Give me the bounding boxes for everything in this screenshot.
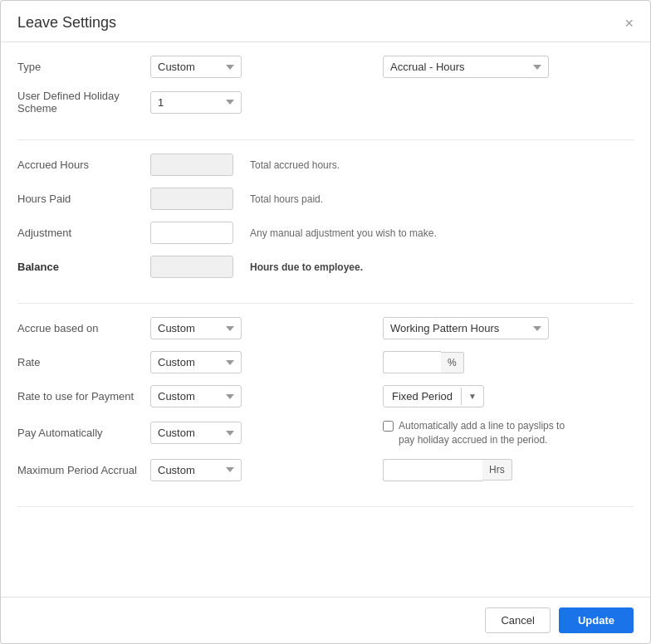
hours-paid-row: Hours Paid 0.00 Total hours paid. <box>17 188 634 210</box>
hrs-unit: Hrs <box>482 459 512 481</box>
rate-payment-right-col: Fixed Period ▼ <box>383 385 484 407</box>
type-left-select[interactable]: Custom <box>150 56 242 78</box>
adjustment-row: Adjustment 0.00 Any manual adjustment yo… <box>17 222 634 244</box>
pay-auto-left-select[interactable]: Custom <box>150 422 242 444</box>
pay-auto-label: Pay Automatically <box>17 427 150 439</box>
adjustment-hint: Any manual adjustment you wish to make. <box>250 227 437 239</box>
accrue-based-on-label: Accrue based on <box>17 322 150 334</box>
modal-body: Type Custom Accrual - Hours <box>1 42 650 597</box>
rate-payment-controls: Custom Fixed Period ▼ <box>150 385 484 407</box>
rate-controls: Custom 12.07 % <box>150 351 464 373</box>
accrue-right-col: Working Pattern Hours <box>383 317 549 339</box>
accrued-hours-row: Accrued Hours 0.00 Total accrued hours. <box>17 154 634 176</box>
accrued-hours-input: 0.00 <box>150 154 233 176</box>
accrue-left-col: Custom <box>150 317 366 339</box>
pay-auto-controls: Custom Automatically add a line to paysl… <box>150 419 581 447</box>
type-label: Type <box>17 61 150 73</box>
rate-payment-left-col: Custom <box>150 385 366 407</box>
pay-auto-checkbox-label: Automatically add a line to payslips to … <box>399 419 581 447</box>
rate-right-col: 12.07 % <box>383 351 464 373</box>
pay-auto-right-col: Automatically add a line to payslips to … <box>383 419 581 447</box>
pay-auto-row: Pay Automatically Custom Automatically a… <box>17 419 634 447</box>
modal-title: Leave Settings <box>17 14 116 32</box>
balance-hint: Hours due to employee. <box>250 261 363 273</box>
leave-settings-modal: Leave Settings × Type Custom Accrual - H… <box>0 0 651 644</box>
type-controls: Custom Accrual - Hours <box>150 56 549 78</box>
rate-left-select[interactable]: Custom <box>150 351 242 373</box>
adjustment-input[interactable]: 0.00 <box>150 222 233 244</box>
fixed-period-select[interactable]: Fixed Period ▼ <box>383 385 484 407</box>
modal-footer: Cancel Update <box>1 597 650 643</box>
holiday-scheme-label: User Defined Holiday Scheme <box>17 90 150 115</box>
rate-left-col: Custom <box>150 351 366 373</box>
rate-label: Rate <box>17 356 150 368</box>
max-period-controls: Custom Hrs <box>150 459 512 481</box>
accrue-right-select[interactable]: Working Pattern Hours <box>383 317 549 339</box>
balance-controls: 0.00 Hours due to employee. <box>150 256 634 278</box>
percent-unit: % <box>441 352 464 373</box>
hours-paid-hint: Total hours paid. <box>250 193 323 205</box>
accrue-based-on-row: Accrue based on Custom Working Pattern H… <box>17 317 634 339</box>
pay-auto-checkbox-row: Automatically add a line to payslips to … <box>383 419 581 447</box>
max-period-label: Maximum Period Accrual <box>17 464 150 476</box>
type-right-col: Accrual - Hours <box>383 56 549 78</box>
type-right-select[interactable]: Accrual - Hours <box>383 56 549 78</box>
hours-paid-input: 0.00 <box>150 188 233 210</box>
rate-percent-group: 12.07 % <box>383 351 464 373</box>
hours-paid-controls: 0.00 Total hours paid. <box>150 188 634 210</box>
hours-section: Accrued Hours 0.00 Total accrued hours. … <box>17 154 634 304</box>
holiday-scheme-row: User Defined Holiday Scheme 1 <box>17 90 634 115</box>
rate-payment-row: Rate to use for Payment Custom Fixed Per… <box>17 385 634 407</box>
holiday-scheme-select[interactable]: 1 <box>150 91 242 114</box>
adjustment-controls: 0.00 Any manual adjustment you wish to m… <box>150 222 634 244</box>
holiday-scheme-controls: 1 <box>150 91 634 114</box>
max-period-right-col: Hrs <box>383 459 512 481</box>
accrued-hours-controls: 0.00 Total accrued hours. <box>150 154 634 176</box>
max-period-left-select[interactable]: Custom <box>150 459 242 481</box>
adjustment-label: Adjustment <box>17 227 150 239</box>
type-left-col: Custom <box>150 56 366 78</box>
pay-auto-left-col: Custom <box>150 422 366 444</box>
accrual-section: Accrue based on Custom Working Pattern H… <box>17 317 634 507</box>
balance-label: Balance <box>17 261 150 273</box>
rate-payment-left-select[interactable]: Custom <box>150 385 242 407</box>
close-button[interactable]: × <box>624 16 634 31</box>
update-button[interactable]: Update <box>559 607 634 633</box>
pay-auto-checkbox[interactable] <box>383 421 394 432</box>
accrued-hours-label: Accrued Hours <box>17 159 150 171</box>
fixed-period-arrow-icon[interactable]: ▼ <box>461 388 483 405</box>
accrue-based-on-controls: Custom Working Pattern Hours <box>150 317 549 339</box>
balance-input: 0.00 <box>150 256 233 278</box>
cancel-button[interactable]: Cancel <box>485 607 550 633</box>
rate-row: Rate Custom 12.07 % <box>17 351 634 373</box>
type-section: Type Custom Accrual - Hours <box>17 56 634 140</box>
accrued-hours-hint: Total accrued hours. <box>250 159 340 171</box>
max-period-row: Maximum Period Accrual Custom Hrs <box>17 459 634 481</box>
type-row: Type Custom Accrual - Hours <box>17 56 634 78</box>
balance-row: Balance 0.00 Hours due to employee. <box>17 256 634 278</box>
max-period-left-col: Custom <box>150 459 366 481</box>
max-period-hrs-group: Hrs <box>383 459 512 481</box>
modal-header: Leave Settings × <box>1 1 650 42</box>
accrue-left-select[interactable]: Custom <box>150 317 242 339</box>
rate-payment-label: Rate to use for Payment <box>17 390 150 402</box>
rate-value-input[interactable]: 12.07 <box>383 351 441 373</box>
max-period-value-input[interactable] <box>383 459 482 481</box>
hours-paid-label: Hours Paid <box>17 193 150 205</box>
fixed-period-label: Fixed Period <box>384 386 461 407</box>
